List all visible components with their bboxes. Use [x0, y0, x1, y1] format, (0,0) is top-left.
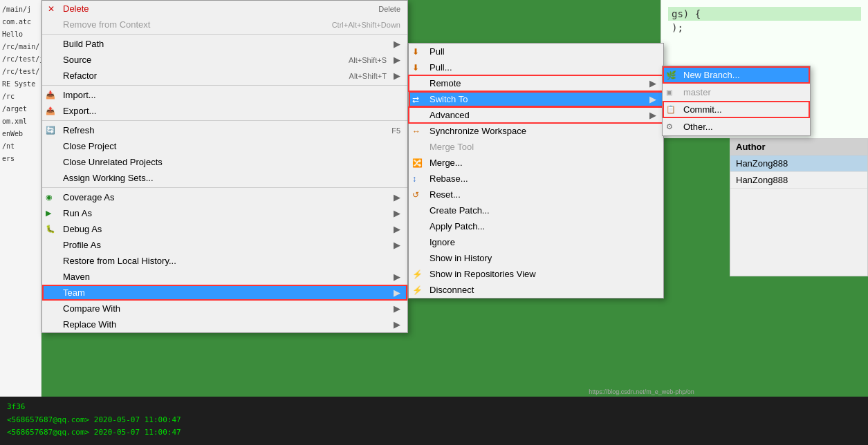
reset-label: Reset... [430, 189, 656, 200]
menu-item-close-project[interactable]: Close Project [42, 138, 407, 154]
menu-item-restore-local[interactable]: Restore from Local History... [42, 253, 407, 269]
run-as-icon: ▶ [46, 209, 51, 218]
run-as-arrow: ▶ [394, 208, 400, 218]
team-submenu-advanced[interactable]: Advanced ▶ [409, 107, 663, 123]
advanced-label: Advanced [430, 110, 649, 120]
delete-icon: ✕ [48, 4, 55, 14]
new-branch-label: New Branch... [683, 70, 803, 80]
tree-item-10[interactable]: om.xml [2, 115, 39, 128]
pull-dots-icon: ⬇ [412, 63, 419, 73]
commit-info: 3f36 <568657687@qq.com> 2020-05-07 11:00… [0, 397, 868, 445]
separator-1 [42, 34, 407, 35]
menu-item-compare-with[interactable]: Compare With ▶ [42, 301, 407, 316]
team-submenu-switch-to[interactable]: ⇄ Switch To ▶ [409, 91, 663, 107]
author-header: Author [730, 139, 867, 155]
menu-item-source[interactable]: Source Alt+Shift+S ▶ [42, 52, 407, 68]
team-submenu-merge-tool[interactable]: Merge Tool [409, 139, 663, 155]
tree-item-4[interactable]: /rc/main/ [2, 41, 39, 53]
source-label: Source [63, 55, 349, 65]
tree-item-11[interactable]: enWeb [2, 128, 39, 140]
import-icon: 📥 [46, 91, 55, 100]
menu-item-build-path[interactable]: Build Path ▶ [42, 36, 407, 52]
team-submenu-pull-dots[interactable]: ⬇ Pull... [409, 59, 663, 75]
ignore-label: Ignore [430, 237, 656, 247]
menu-item-maven[interactable]: Maven ▶ [42, 269, 407, 285]
menu-item-close-unrelated[interactable]: Close Unrelated Projects [42, 154, 407, 170]
tree-item-8[interactable]: /rc [2, 91, 39, 103]
switch-to-label: Switch To [430, 94, 649, 104]
tree-item-2[interactable]: com.atc [2, 16, 39, 28]
new-branch-icon: 🌿 [666, 70, 676, 80]
author-row-1: HanZong888 [730, 155, 867, 172]
team-submenu: ⬇ Pull ⬇ Pull... Remote ▶ ⇄ Switch To ▶ … [408, 43, 664, 299]
other-icon: ⚙ [666, 122, 673, 131]
separator-3 [42, 120, 407, 121]
close-unrelated-label: Close Unrelated Projects [63, 157, 400, 167]
main-context-menu: ✕ Delete Delete Remove from Context Ctrl… [41, 0, 408, 333]
commit-line-2: <568657687@qq.com> 2020-05-07 11:00:47 [7, 426, 861, 439]
switchto-master[interactable]: ▣ master [663, 84, 810, 101]
switchto-new-branch[interactable]: 🌿 New Branch... [663, 66, 810, 84]
team-submenu-show-history[interactable]: Show in History [409, 250, 663, 266]
menu-item-refresh[interactable]: 🔄 Refresh F5 [42, 122, 407, 138]
menu-item-coverage-as[interactable]: ◉ Coverage As ▶ [42, 189, 407, 205]
switchto-submenu: 🌿 New Branch... ▣ master 📋 Commit... ⚙ O… [662, 66, 811, 136]
remove-context-label: Remove from Context [63, 19, 332, 30]
menu-item-export[interactable]: 📤 Export... [42, 103, 407, 119]
team-submenu-merge[interactable]: 🔀 Merge... [409, 155, 663, 171]
menu-item-profile-as[interactable]: Profile As ▶ [42, 237, 407, 253]
team-label: Team [63, 287, 394, 298]
team-submenu-create-patch[interactable]: Create Patch... [409, 202, 663, 218]
master-label: master [683, 87, 803, 97]
export-icon: 📤 [46, 106, 55, 115]
switchto-commit[interactable]: 📋 Commit... [663, 101, 810, 118]
tree-item-7[interactable]: RE Syste [2, 78, 39, 91]
tree-item-12[interactable]: /nt [2, 140, 39, 153]
master-icon: ▣ [666, 88, 672, 96]
replace-with-label: Replace With [63, 319, 394, 330]
refresh-label: Refresh [63, 125, 391, 135]
profile-as-label: Profile As [63, 240, 394, 250]
watermark: https://blog.csdn.net/m_e_web-php/on [415, 388, 868, 395]
merge-icon: 🔀 [412, 158, 423, 168]
tree-item-13[interactable]: ers [2, 153, 39, 165]
refactor-arrow: ▶ [394, 70, 400, 81]
menu-item-import[interactable]: 📥 Import... [42, 87, 407, 103]
tree-item-3[interactable]: Hello [2, 28, 39, 41]
compare-with-arrow: ▶ [394, 303, 400, 314]
apply-patch-label: Apply Patch... [430, 221, 656, 231]
assign-working-sets-label: Assign Working Sets... [63, 173, 400, 183]
restore-local-label: Restore from Local History... [63, 256, 400, 266]
import-label: Import... [63, 90, 400, 100]
profile-as-arrow: ▶ [394, 240, 400, 250]
sync-label: Synchronize Workspace [430, 126, 656, 136]
switchto-other[interactable]: ⚙ Other... [663, 118, 810, 135]
team-submenu-rebase[interactable]: ↕ Rebase... [409, 171, 663, 187]
rebase-label: Rebase... [430, 173, 656, 184]
menu-item-run-as[interactable]: ▶ Run As ▶ [42, 205, 407, 221]
menu-item-debug-as[interactable]: 🐛 Debug As ▶ [42, 221, 407, 237]
tree-item-1[interactable]: /main/j [2, 3, 39, 16]
run-as-label: Run As [63, 208, 394, 218]
tree-item-6[interactable]: /rc/test/re [2, 66, 39, 78]
team-submenu-synchronize[interactable]: ↔ Synchronize Workspace [409, 123, 663, 139]
menu-item-replace-with[interactable]: Replace With ▶ [42, 316, 407, 332]
menu-item-assign-working-sets[interactable]: Assign Working Sets... [42, 170, 407, 186]
team-submenu-pull[interactable]: ⬇ Pull [409, 44, 663, 59]
team-submenu-reset[interactable]: ↺ Reset... [409, 187, 663, 202]
menu-item-team[interactable]: Team ▶ [42, 285, 407, 301]
menu-item-refactor[interactable]: Refactor Alt+Shift+T ▶ [42, 68, 407, 84]
team-submenu-ignore[interactable]: Ignore [409, 234, 663, 250]
delete-shortcut: Delete [378, 5, 400, 13]
left-sidebar: /main/j com.atc Hello /rc/main/ /rc/test… [0, 0, 41, 397]
team-submenu-remote[interactable]: Remote ▶ [409, 75, 663, 91]
sync-icon: ↔ [412, 126, 421, 136]
source-shortcut: Alt+Shift+S [349, 56, 387, 64]
team-submenu-apply-patch[interactable]: Apply Patch... [409, 218, 663, 234]
tree-item-5[interactable]: /rc/test/ja [2, 53, 39, 66]
menu-item-delete[interactable]: ✕ Delete Delete [42, 1, 407, 17]
team-submenu-disconnect[interactable]: ⚡ Disconnect [409, 282, 663, 298]
team-submenu-show-repositories[interactable]: ⚡ Show in Repositories View [409, 266, 663, 282]
tree-item-9[interactable]: /arget [2, 103, 39, 115]
menu-item-remove-context[interactable]: Remove from Context Ctrl+Alt+Shift+Down [42, 17, 407, 32]
